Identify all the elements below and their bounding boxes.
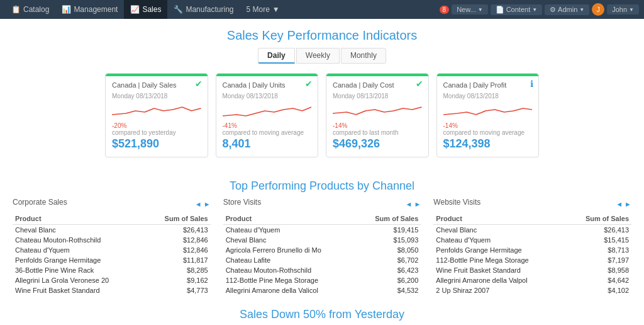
channel-header-0: Corporate Sales ◄ ►: [13, 198, 211, 210]
tab-weekly[interactable]: Weekly: [296, 48, 340, 64]
user-menu-button[interactable]: John ▼: [607, 4, 639, 14]
table-row: Chateau d'Yquem $12,846: [13, 245, 211, 255]
table-row: Allegrini La Grola Veronese 20 $9,162: [13, 275, 211, 285]
kpi-date-1: Monday 08/13/2018: [223, 93, 312, 100]
notification-badge[interactable]: 8: [440, 6, 450, 14]
table-row: Cheval Blanc $26,413: [433, 225, 631, 236]
kpi-cards: ✔ Canada | Daily Sales Monday 08/13/2018…: [86, 73, 558, 170]
kpi-bar-0: [106, 74, 208, 76]
channel-data-table-0: Product Sum of Sales Cheval Blanc $26,41…: [13, 213, 211, 295]
sales-icon: 📈: [130, 5, 140, 14]
content-icon: 📄: [496, 6, 504, 14]
kpi-date-3: Monday 08/13/2018: [443, 93, 533, 100]
kpi-label-0: Canada | Daily Sales: [112, 81, 201, 89]
table-row: Chateau d'Yquem $19,415: [223, 225, 421, 236]
kpi-label-2: Canada | Daily Cost: [333, 81, 422, 89]
nav-sales[interactable]: 📈 Sales: [124, 0, 167, 19]
new-button[interactable]: New... ▼: [452, 4, 488, 14]
kpi-value-0: $521,890: [112, 137, 201, 151]
table-row: 112-Bottle Pine Mega Storage $6,200: [223, 275, 421, 285]
kpi-title: Sales Key Performance Indicators: [0, 19, 644, 48]
kpi-card-3: ℹ Canada | Daily Profit Monday 08/13/201…: [436, 73, 540, 157]
table-row: Chateau Mouton-Rothschild $12,846: [13, 235, 211, 245]
catalog-icon: 📋: [11, 5, 21, 14]
channel-name-2: Website Visits: [433, 198, 480, 207]
kpi-status-icon-3: ℹ: [530, 79, 533, 89]
top-products-title: Top Performing Products by Channel: [0, 170, 644, 198]
kpi-status-icon-2: ✔: [416, 79, 423, 89]
kpi-label-1: Canada | Daily Units: [223, 81, 312, 89]
kpi-card-1: ✔ Canada | Daily Units Monday 08/13/2018…: [216, 73, 319, 157]
table-row: Agricola Ferrero Brunello di Mo $8,050: [223, 245, 421, 255]
kpi-status-icon-0: ✔: [195, 79, 203, 89]
kpi-date-0: Monday 08/13/2018: [112, 93, 201, 100]
table-row: Penfolds Grange Hermitage $11,817: [13, 255, 211, 265]
channel-data-table-1: Product Sum of Sales Chateau d'Yquem $19…: [223, 213, 421, 295]
kpi-date-2: Monday 08/13/2018: [333, 93, 422, 100]
table-row: Chateau d'Yquem $15,415: [433, 235, 631, 245]
nav-right-actions: 8 New... ▼ 📄 Content ▼ ⚙ Admin ▼ J John …: [440, 3, 639, 16]
table-row: Wine Fruit Basket Standard $8,958: [433, 265, 631, 275]
table-row: 36-Bottle Pine Wine Rack $8,285: [13, 265, 211, 275]
kpi-change-2: -14%compared to last month: [333, 122, 422, 136]
top-navigation: 📋 Catalog 📊 Management 📈 Sales 🔧 Manufac…: [0, 0, 644, 19]
kpi-sparkline-3: [443, 102, 533, 120]
table-row: Chateau Mouton-Rothschild $6,423: [223, 265, 421, 275]
tab-monthly[interactable]: Monthly: [341, 48, 386, 64]
nav-manufacturing[interactable]: 🔧 Manufacturing: [167, 0, 240, 19]
user-avatar[interactable]: J: [592, 3, 604, 16]
kpi-label-3: Canada | Daily Profit: [443, 81, 533, 89]
kpi-sparkline-1: [223, 102, 312, 120]
nav-management[interactable]: 📊 Management: [55, 0, 124, 19]
table-row: 2 Up Shiraz 2007 $4,102: [433, 285, 631, 295]
kpi-card-2: ✔ Canada | Daily Cost Monday 08/13/2018 …: [326, 73, 429, 157]
kpi-bar-3: [437, 74, 539, 76]
kpi-value-1: 8,401: [223, 137, 312, 151]
channel-table-2: Website Visits ◄ ► Product Sum of Sales …: [433, 198, 631, 295]
channel-tables: Corporate Sales ◄ ► Product Sum of Sales…: [0, 198, 644, 295]
table-row: Allegrini Amarone della Valicol $4,532: [223, 285, 421, 295]
kpi-value-2: $469,326: [333, 137, 422, 151]
table-row: Penfolds Grange Hermitage $8,713: [433, 245, 631, 255]
table-row: 112-Bottle Pine Mega Storage $7,197: [433, 255, 631, 265]
manufacturing-icon: 🔧: [174, 5, 183, 14]
admin-button[interactable]: ⚙ Admin ▼: [545, 4, 589, 15]
tab-daily[interactable]: Daily: [258, 48, 295, 64]
admin-icon: ⚙: [550, 6, 556, 14]
nav-more[interactable]: 5 More ▼: [240, 0, 286, 19]
channel-header-1: Store Visits ◄ ►: [223, 198, 421, 210]
table-row: Allegrini Amarone della Valpol $4,642: [433, 275, 631, 285]
table-row: Chateau Lafite $6,702: [223, 255, 421, 265]
kpi-status-icon-1: ✔: [305, 79, 313, 89]
kpi-sparkline-0: [112, 102, 201, 120]
kpi-change-3: -14%compared to moving average: [443, 122, 533, 136]
kpi-card-0: ✔ Canada | Daily Sales Monday 08/13/2018…: [105, 73, 208, 157]
channel-table-1: Store Visits ◄ ► Product Sum of Sales Ch…: [223, 198, 421, 295]
user-chevron-icon: ▼: [629, 7, 634, 13]
content-chevron-icon: ▼: [532, 7, 537, 13]
table-row: Cheval Blanc $26,413: [13, 225, 211, 236]
kpi-sparkline-2: [333, 102, 422, 120]
more-chevron-icon: ▼: [272, 5, 280, 14]
channel-table-0: Corporate Sales ◄ ► Product Sum of Sales…: [13, 198, 211, 295]
content-button[interactable]: 📄 Content ▼: [491, 4, 542, 15]
nav-catalog[interactable]: 📋 Catalog: [5, 0, 55, 19]
kpi-value-3: $124,398: [443, 137, 533, 151]
main-content: Sales Key Performance Indicators Daily W…: [0, 19, 644, 325]
kpi-change-1: -41%compared to moving average: [223, 122, 312, 136]
channel-pagination-0[interactable]: ◄ ►: [195, 200, 211, 208]
channel-header-2: Website Visits ◄ ►: [433, 198, 631, 210]
kpi-change-0: -20%compared to yesterday: [112, 122, 201, 136]
kpi-bar-2: [326, 74, 428, 76]
table-row: Cheval Blanc $15,093: [223, 235, 421, 245]
management-icon: 📊: [62, 5, 71, 14]
kpi-tabs: Daily Weekly Monthly: [0, 48, 644, 64]
channel-name-1: Store Visits: [223, 198, 261, 207]
channel-pagination-2[interactable]: ◄ ►: [616, 200, 631, 208]
channel-data-table-2: Product Sum of Sales Cheval Blanc $26,41…: [433, 213, 631, 295]
table-row: Wine Fruit Basket Standard $4,773: [13, 285, 211, 295]
channel-name-0: Corporate Sales: [13, 198, 67, 207]
admin-chevron-icon: ▼: [579, 7, 584, 13]
new-chevron-icon: ▼: [478, 7, 483, 13]
channel-pagination-1[interactable]: ◄ ►: [406, 200, 421, 208]
